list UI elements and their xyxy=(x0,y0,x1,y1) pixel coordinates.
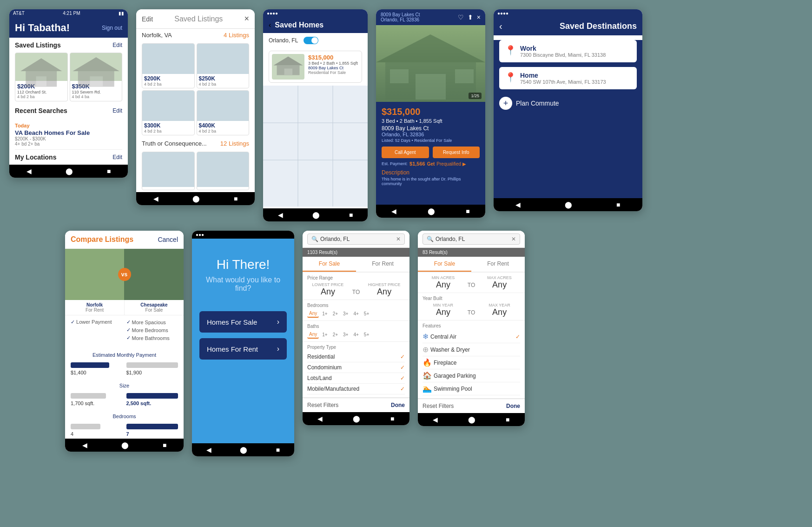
size-label: Size xyxy=(65,381,184,390)
tab-for-rent-9[interactable]: For Rent xyxy=(471,257,525,272)
sign-out-button[interactable]: Sign out xyxy=(102,25,122,31)
prequalified-link[interactable]: Prequalified ▶ xyxy=(436,161,466,167)
row-1: AT&T 4:21 PM ▮▮ Hi Tabatha! Sign out Sav… xyxy=(9,9,803,221)
tab-for-sale-9[interactable]: For Sale xyxy=(418,257,471,272)
battery-icon: ▮▮ xyxy=(119,11,124,16)
menu-icon-5: ■ xyxy=(616,201,620,208)
heart-icon[interactable]: ♡ xyxy=(458,13,464,21)
my-locations-edit[interactable]: Edit xyxy=(112,154,122,160)
features-section: Features ❄ Central Air ✓ ⊕ Washer & Drye… xyxy=(418,320,525,399)
region1-listing-4[interactable]: $400K 4 bd 2 ba xyxy=(197,90,250,135)
clear-icon-8[interactable]: ✕ xyxy=(396,236,401,242)
saved-listings-edit[interactable]: Edit xyxy=(112,42,122,48)
request-info-button[interactable]: Request Info xyxy=(433,147,480,158)
pool-icon: 🏊 xyxy=(423,384,432,393)
bath-3plus[interactable]: 3+ xyxy=(341,331,350,338)
done-button-9[interactable]: Done xyxy=(506,403,520,409)
cancel-button[interactable]: Cancel xyxy=(158,236,178,243)
call-agent-button[interactable]: Call Agent xyxy=(382,147,429,158)
central-air-label: Central Air xyxy=(430,334,456,340)
region1-details-1: 4 bd 2 ba xyxy=(144,82,192,87)
prop-lots-check[interactable]: ✓ xyxy=(400,375,405,381)
compare-header: Compare Listings Cancel xyxy=(65,231,184,249)
search-item-1[interactable]: Today VA Beach Homes For Sale $200K - $3… xyxy=(15,118,122,150)
results-count-8: 1103 Result(s) xyxy=(307,250,337,255)
left-size-label: 1,700 sqft. xyxy=(71,400,94,406)
destination-work[interactable]: 📍 Work 7300 Biscayne Blvd, Miami, FL 331… xyxy=(499,40,637,62)
bed-4plus[interactable]: 4+ xyxy=(351,310,360,317)
detail-icons: ♡ ⬆ × xyxy=(458,13,481,21)
region1-listing-2[interactable]: $250K 4 bd 2 ba xyxy=(197,43,250,88)
listing-card-2[interactable]: $350K 110 Severn Rd. 4 bd 4 ba xyxy=(70,53,123,101)
tab-for-sale-8[interactable]: For Sale xyxy=(303,257,356,272)
bath-5plus[interactable]: 5+ xyxy=(362,331,371,338)
modal-edit-label[interactable]: Edit xyxy=(142,15,153,23)
feature-garage: 🏠 Garaged Parking xyxy=(423,369,520,382)
search-value-9[interactable]: Orlando, FL xyxy=(436,236,511,242)
bed-3plus[interactable]: 3+ xyxy=(341,310,350,317)
tab-for-rent-8[interactable]: For Rent xyxy=(356,257,409,272)
max-year-value[interactable]: Any xyxy=(479,307,520,317)
prop-condo-check[interactable]: ✓ xyxy=(400,364,405,371)
fireplace-icon: 🔥 xyxy=(423,358,432,367)
highest-value[interactable]: Any xyxy=(363,287,405,297)
baths-section: Baths Any 1+ 2+ 3+ 4+ 5+ xyxy=(303,321,409,342)
destination-home[interactable]: 📍 Home 7540 SW 107th Ave, Miami, FL 3317… xyxy=(499,67,637,89)
saved-specs: 3 Bed • 2 Bath • 1,855 Sqft xyxy=(308,61,359,66)
reset-button-8[interactable]: Reset Filters xyxy=(307,402,338,408)
homes-for-sale-item[interactable]: Homes For Sale › xyxy=(199,311,287,333)
svg-rect-9 xyxy=(263,86,368,207)
bed-5plus[interactable]: 5+ xyxy=(362,310,371,317)
hi-there-subtitle: What would you like to find? xyxy=(199,276,287,293)
region1-listing-1[interactable]: $200K 4 bd 2 ba xyxy=(142,43,195,88)
to-label-year: TO xyxy=(468,309,475,316)
max-acres-value[interactable]: Any xyxy=(479,280,520,290)
done-button-8[interactable]: Done xyxy=(391,402,405,408)
back-button-5[interactable]: ‹ xyxy=(499,21,502,32)
listing-card-1[interactable]: $200K 112 Orchard St. 4 bd 2 ba xyxy=(15,53,68,101)
get-link[interactable]: Get xyxy=(427,161,435,167)
clear-icon-9[interactable]: ✕ xyxy=(511,236,516,242)
recent-searches-edit[interactable]: Edit xyxy=(112,107,122,114)
region2-listing-2[interactable] xyxy=(197,152,250,190)
toggle-dot xyxy=(311,37,318,44)
prop-mobile-check[interactable]: ✓ xyxy=(400,386,405,392)
bed-any[interactable]: Any xyxy=(307,310,319,318)
bath-4plus[interactable]: 4+ xyxy=(351,331,360,338)
close-icon-4[interactable]: × xyxy=(477,13,481,21)
bath-any[interactable]: Any xyxy=(307,331,319,339)
bath-2plus[interactable]: 2+ xyxy=(331,331,340,338)
greeting-text: Hi Tabatha! xyxy=(15,22,70,34)
share-icon[interactable]: ⬆ xyxy=(468,13,473,21)
bed-2plus[interactable]: 2+ xyxy=(331,310,340,317)
region2-img-1 xyxy=(142,152,194,187)
location-toggle[interactable] xyxy=(304,37,318,44)
to-label-price: TO xyxy=(352,289,360,295)
region2-listing-1[interactable] xyxy=(142,152,195,190)
homes-for-rent-item[interactable]: Homes For Rent › xyxy=(199,338,287,360)
lowest-value[interactable]: Any xyxy=(307,287,349,297)
plan-commute-button[interactable]: + Plan Commute xyxy=(499,97,637,110)
compare-images: vs xyxy=(65,249,184,300)
signal-icons: ●●●● xyxy=(267,11,278,16)
search-value-8[interactable]: Orlando, FL xyxy=(320,236,396,242)
saved-home-card[interactable]: $315,000 3 Bed • 2 Bath • 1,855 Sqft 800… xyxy=(269,51,362,83)
modal-title: Saved Listings xyxy=(174,15,223,23)
prop-residential-check[interactable]: ✓ xyxy=(400,354,405,360)
home-icon-8: ⬤ xyxy=(353,415,360,422)
min-year-value[interactable]: Any xyxy=(423,307,464,317)
reset-button-9[interactable]: Reset Filters xyxy=(423,403,454,409)
bed-1plus[interactable]: 1+ xyxy=(320,310,329,317)
min-acres-value[interactable]: Any xyxy=(423,280,464,290)
close-button[interactable]: × xyxy=(244,14,249,24)
search-input-row-9: 🔍 Orlando, FL ✕ xyxy=(423,233,520,245)
home-dest-address: 7540 SW 107th Ave, Miami, FL 33173 xyxy=(520,79,606,85)
price-range-label: Price Range xyxy=(307,275,405,280)
phone-edit-saved: Edit Saved Listings × Norfolk, VA 4 List… xyxy=(136,9,255,205)
region1-img-4 xyxy=(197,91,249,121)
central-air-check[interactable]: ✓ xyxy=(515,334,520,340)
saved-homes-title: Saved Homes xyxy=(275,21,323,29)
bath-1plus[interactable]: 1+ xyxy=(320,331,329,338)
back-button-3[interactable]: ‹ xyxy=(269,21,271,29)
region1-listing-3[interactable]: $300K 4 bd 2 ba xyxy=(142,90,195,135)
